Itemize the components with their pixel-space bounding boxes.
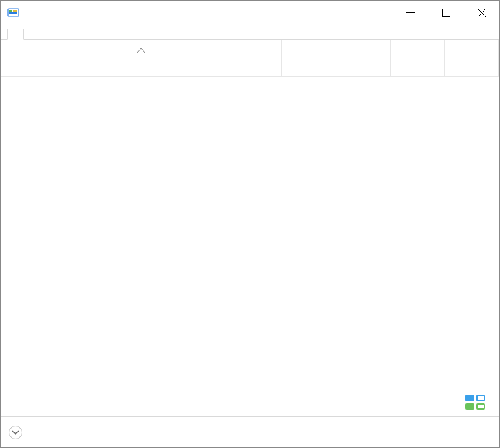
tab-performance[interactable] bbox=[24, 29, 41, 40]
footer-bar bbox=[1, 416, 499, 447]
tab-services[interactable] bbox=[109, 29, 126, 40]
column-header-name[interactable] bbox=[1, 40, 282, 76]
column-header-disk[interactable] bbox=[391, 40, 445, 76]
title-bar bbox=[1, 1, 499, 24]
watermark bbox=[462, 393, 493, 412]
chevron-down-icon bbox=[12, 429, 19, 436]
process-list-scroll[interactable] bbox=[1, 77, 499, 395]
tab-bar bbox=[1, 29, 499, 40]
column-header-network[interactable] bbox=[445, 40, 499, 76]
fewer-details-toggle[interactable] bbox=[9, 426, 22, 439]
tab-users[interactable] bbox=[75, 29, 92, 40]
column-header-memory[interactable] bbox=[336, 40, 391, 76]
svg-rect-5 bbox=[442, 9, 450, 16]
minimize-button[interactable] bbox=[392, 1, 428, 24]
tab-startup[interactable] bbox=[58, 29, 75, 40]
svg-rect-1 bbox=[9, 10, 12, 12]
svg-rect-2 bbox=[13, 10, 17, 12]
app-icon bbox=[7, 6, 19, 19]
column-header-cpu[interactable] bbox=[282, 40, 336, 76]
column-header-row bbox=[1, 40, 499, 77]
tab-details[interactable] bbox=[92, 29, 109, 40]
group-windows-processes bbox=[1, 77, 499, 88]
sort-caret-up-icon bbox=[137, 44, 145, 55]
close-button[interactable] bbox=[464, 1, 499, 24]
svg-rect-3 bbox=[9, 12, 17, 14]
watermark-logo-icon bbox=[465, 395, 485, 410]
tab-processes[interactable] bbox=[7, 29, 24, 40]
tab-app-history[interactable] bbox=[41, 29, 58, 40]
maximize-button[interactable] bbox=[428, 1, 464, 24]
